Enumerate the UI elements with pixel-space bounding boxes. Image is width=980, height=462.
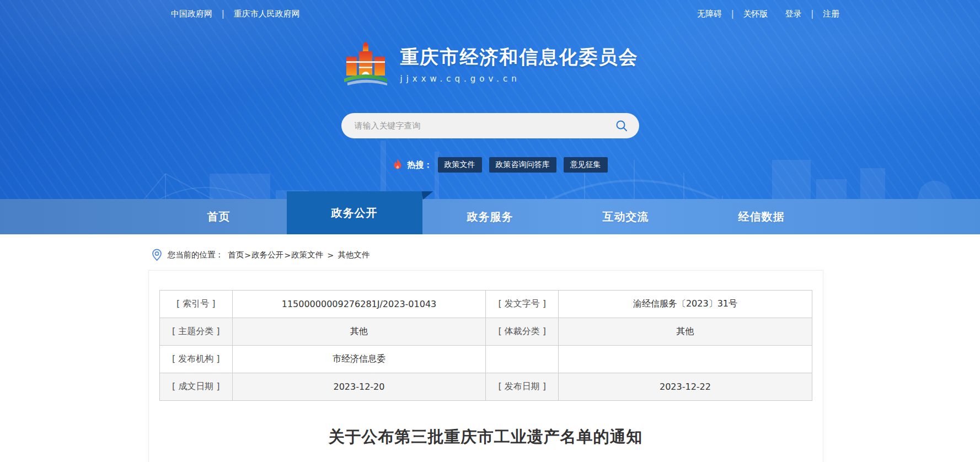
link-china-gov[interactable]: 中国政府网 <box>171 9 212 19</box>
divider: | <box>222 9 224 19</box>
location-pin-icon <box>152 249 162 261</box>
divider: | <box>811 9 813 19</box>
site-logo-icon <box>342 39 389 89</box>
breadcrumb-prefix: 您当前的位置： <box>168 250 224 260</box>
meta-label-doc-number: [ 发文字号 ] <box>485 291 558 318</box>
topbar-right-links: 无障碍 | 关怀版 登录 | 注册 <box>697 9 839 19</box>
meta-value-written-date: 2023-12-20 <box>232 373 485 401</box>
link-register[interactable]: 注册 <box>823 9 839 19</box>
search-row <box>0 113 980 138</box>
table-row: [ 索引号 ] 11500000009276281J/2023-01043 [ … <box>159 291 812 318</box>
document-meta-table: [ 索引号 ] 11500000009276281J/2023-01043 [ … <box>159 290 812 401</box>
meta-value-index-number: 11500000009276281J/2023-01043 <box>232 291 485 318</box>
table-row: [ 成文日期 ] 2023-12-20 [ 发布日期 ] 2023-12-22 <box>159 373 812 401</box>
search-box[interactable] <box>341 113 639 138</box>
topbar-left-links: 中国政府网 | 重庆市人民政府网 <box>171 9 300 19</box>
nav-item-gov-services[interactable]: 政务服务 <box>422 199 558 234</box>
document-title: 关于公布第三批重庆市工业遗产名单的通知 <box>159 426 812 448</box>
meta-label-genre-category: [ 体裁分类 ] <box>485 318 558 346</box>
breadcrumb-other-files[interactable]: 其他文件 <box>338 250 369 260</box>
main-nav-inner: 首页 政务公开 政务服务 互动交流 经信数据 <box>151 199 829 234</box>
nav-item-home[interactable]: 首页 <box>151 199 287 234</box>
meta-value-publish-date: 2023-12-22 <box>559 373 812 401</box>
meta-value-publisher: 市经济信息委 <box>232 346 485 373</box>
link-cq-gov[interactable]: 重庆市人民政府网 <box>234 9 300 19</box>
breadcrumb-separator: > <box>284 251 291 260</box>
meta-value-doc-number: 渝经信服务〔2023〕31号 <box>559 291 812 318</box>
breadcrumb-policy-files[interactable]: 政策文件 <box>291 250 323 260</box>
flame-icon <box>392 158 403 171</box>
site-domain: jjxxw.cq.gov.cn <box>400 74 639 84</box>
breadcrumb-home[interactable]: 首页 <box>228 250 244 260</box>
breadcrumb-separator: > <box>327 251 334 260</box>
nav-item-interaction[interactable]: 互动交流 <box>558 199 694 234</box>
link-login[interactable]: 登录 <box>785 9 801 19</box>
table-row: [ 发布机构 ] 市经济信息委 <box>159 346 812 373</box>
hot-link-opinion[interactable]: 意见征集 <box>564 157 608 173</box>
search-button[interactable] <box>609 116 634 136</box>
search-icon <box>615 119 628 132</box>
meta-label-empty <box>485 346 558 373</box>
document-card: [ 索引号 ] 11500000009276281J/2023-01043 [ … <box>148 270 823 462</box>
hot-link-policy-qa[interactable]: 政策咨询问答库 <box>489 157 556 173</box>
meta-label-index-number: [ 索引号 ] <box>159 291 232 318</box>
table-row: [ 主题分类 ] 其他 [ 体裁分类 ] 其他 <box>159 318 812 346</box>
meta-value-empty <box>559 346 812 373</box>
site-title: 重庆市经济和信息化委员会 <box>400 45 639 70</box>
nav-item-econ-data[interactable]: 经信数据 <box>694 199 829 234</box>
nav-item-gov-disclosure[interactable]: 政务公开 <box>287 191 422 234</box>
meta-value-genre-category: 其他 <box>559 318 812 346</box>
site-masthead: 重庆市经济和信息化委员会 jjxxw.cq.gov.cn <box>0 39 980 89</box>
meta-label-topic-category: [ 主题分类 ] <box>159 318 232 346</box>
link-care-version[interactable]: 关怀版 <box>743 9 768 19</box>
meta-value-topic-category: 其他 <box>232 318 485 346</box>
meta-label-written-date: [ 成文日期 ] <box>159 373 232 401</box>
top-utility-bar: 中国政府网 | 重庆市人民政府网 无障碍 | 关怀版 登录 | 注册 <box>0 0 980 19</box>
main-nav: 首页 政务公开 政务服务 互动交流 经信数据 <box>0 199 980 234</box>
breadcrumb-separator: > <box>244 251 251 260</box>
breadcrumb-gov-disclosure[interactable]: 政务公开 <box>251 250 283 260</box>
breadcrumb: 您当前的位置： 首页 > 政务公开 > 政策文件 > 其他文件 <box>152 249 832 261</box>
page-content: 您当前的位置： 首页 > 政务公开 > 政策文件 > 其他文件 [ 索引号 ] … <box>148 249 832 462</box>
meta-label-publish-date: [ 发布日期 ] <box>485 373 558 401</box>
site-identity: 重庆市经济和信息化委员会 jjxxw.cq.gov.cn <box>400 45 639 84</box>
meta-label-publisher: [ 发布机构 ] <box>159 346 232 373</box>
site-banner: 中国政府网 | 重庆市人民政府网 无障碍 | 关怀版 登录 | 注册 <box>0 0 980 234</box>
hot-search-row: 热搜： 政策文件 政策咨询问答库 意见征集 <box>341 157 639 173</box>
search-input[interactable] <box>355 121 609 131</box>
hot-link-policy-files[interactable]: 政策文件 <box>438 157 482 173</box>
hot-search-label: 热搜： <box>408 160 432 170</box>
link-accessibility[interactable]: 无障碍 <box>697 9 722 19</box>
divider: | <box>731 9 734 19</box>
